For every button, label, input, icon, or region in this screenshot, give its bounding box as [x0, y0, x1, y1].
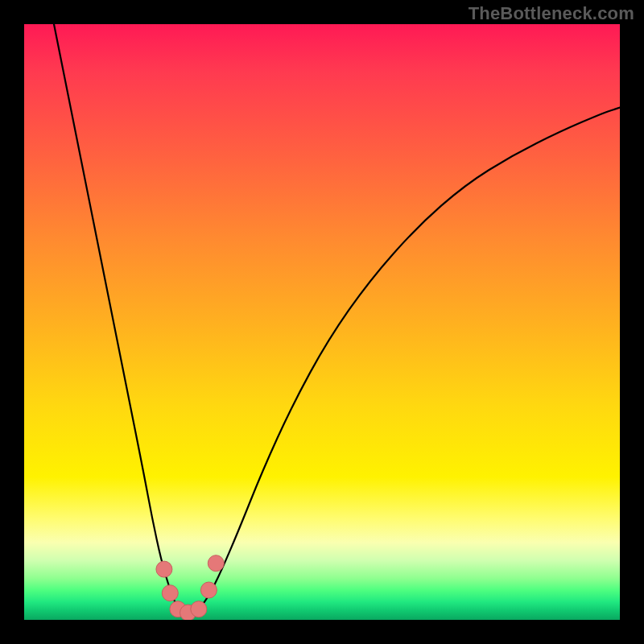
- curve-marker: [156, 561, 172, 577]
- watermark-label: TheBottleneck.com: [469, 3, 634, 24]
- curve-markers: [156, 555, 224, 620]
- curve-marker: [162, 585, 178, 601]
- curve-marker: [208, 555, 224, 572]
- curve-marker: [200, 582, 217, 598]
- curve-svg: [24, 24, 620, 620]
- chart-frame: TheBottleneck.com: [0, 0, 644, 644]
- curve-marker: [191, 601, 207, 617]
- bottleneck-curve: [54, 24, 620, 614]
- plot-area: [24, 24, 620, 620]
